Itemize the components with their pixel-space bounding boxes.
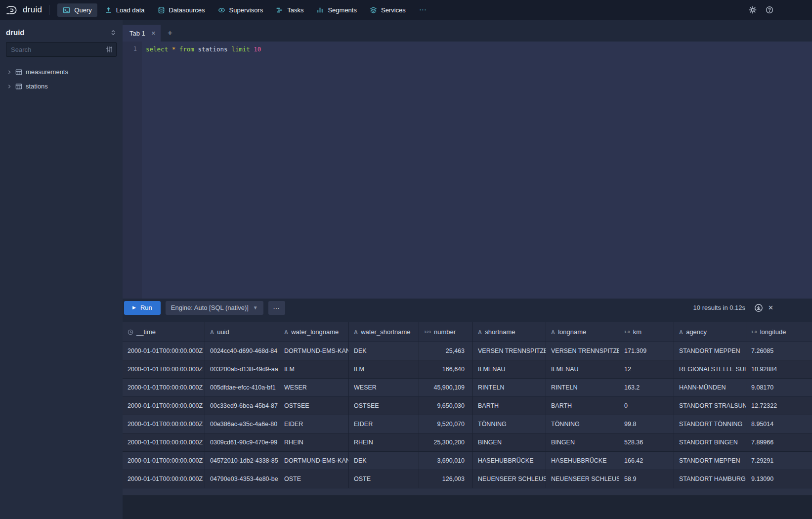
cell-agency[interactable]: STANDORT HAMBURG [674, 470, 746, 488]
cell-km[interactable]: 528.36 [619, 433, 674, 451]
cell-water_longname[interactable]: WESER [279, 379, 349, 396]
cell-longitude[interactable]: 7.26085 [746, 342, 812, 360]
cell-km[interactable]: 99.8 [619, 415, 674, 433]
cell-longitude[interactable]: 12.72322 [746, 397, 812, 415]
cell-longitude[interactable]: 9.08170 [746, 379, 812, 396]
cell-water_longname[interactable]: ILM [279, 360, 349, 378]
cell-longname[interactable]: NEUENSEER SCHLEUSEN [546, 470, 619, 488]
column-header-km[interactable]: 1.0km [619, 322, 674, 342]
cell-number[interactable]: 9,520,070 [419, 415, 473, 433]
query-more-button[interactable]: ⋯ [268, 301, 285, 315]
cell-km[interactable]: 12 [619, 360, 674, 378]
cell-number[interactable]: 9,650,030 [419, 397, 473, 415]
code-area[interactable]: select * from stations limit 10 [142, 42, 812, 299]
cell-longitude[interactable]: 7.29291 [746, 452, 812, 470]
download-icon[interactable] [754, 303, 763, 312]
cell-water_longname[interactable]: OSTE [279, 470, 349, 488]
cell-uuid[interactable]: 003200ab-d138-49d9-aa [205, 360, 279, 378]
cell-agency[interactable]: STANDORT MEPPEN [674, 452, 746, 470]
close-results-icon[interactable]: ✕ [768, 304, 773, 311]
sql-editor[interactable]: 1 select * from stations limit 10 [123, 42, 812, 299]
filter-sliders-icon[interactable] [106, 46, 113, 53]
nav-item-query[interactable]: Query [57, 3, 97, 17]
cell-uuid[interactable]: 00c33ed9-6bea-45b4-87 [205, 397, 279, 415]
column-header-agency[interactable]: Aagency [674, 322, 746, 342]
cell-__time[interactable]: 2000-01-01T00:00:00.000Z [123, 342, 205, 360]
cell-shortname[interactable]: ILMENAU [473, 360, 546, 378]
cell-water_shortname[interactable]: EIDER [349, 415, 419, 433]
cell-km[interactable]: 171.309 [619, 342, 674, 360]
column-header-longitude[interactable]: 1.0longitude [746, 322, 812, 342]
column-header-__time[interactable]: __time [123, 322, 205, 342]
cell-km[interactable]: 166.42 [619, 452, 674, 470]
cell-longname[interactable]: BARTH [546, 397, 619, 415]
cell-agency[interactable]: HANN-MÜNDEN [674, 379, 746, 396]
cell-longname[interactable]: BINGEN [546, 433, 619, 451]
cell-uuid[interactable]: 0024cc40-d690-468d-84 [205, 342, 279, 360]
column-header-number[interactable]: 123number [419, 322, 473, 342]
double-caret-vertical-icon[interactable] [110, 29, 117, 36]
druid-logo[interactable]: druid [6, 4, 42, 16]
column-header-water_longname[interactable]: Awater_longname [279, 322, 349, 342]
cell-number[interactable]: 25,463 [419, 342, 473, 360]
run-button[interactable]: ▶ Run [124, 301, 161, 315]
nav-item-supervisors[interactable]: Supervisors [213, 3, 269, 17]
cell-uuid[interactable]: 04790e03-4353-4e80-be [205, 470, 279, 488]
cell-__time[interactable]: 2000-01-01T00:00:00.000Z [123, 379, 205, 396]
cell-number[interactable]: 126,003 [419, 470, 473, 488]
cell-water_shortname[interactable]: OSTSEE [349, 397, 419, 415]
cell-shortname[interactable]: VERSEN TRENNSPITZE [473, 342, 546, 360]
column-header-longname[interactable]: Alongname [546, 322, 619, 342]
engine-select[interactable]: Engine: Auto [SQL (native)] ▼ [166, 301, 263, 315]
cell-longname[interactable]: HASEHUBBRÜCKE [546, 452, 619, 470]
cell-agency[interactable]: STANDORT BINGEN [674, 433, 746, 451]
help-icon[interactable] [766, 6, 773, 14]
cell-longname[interactable]: VERSEN TRENNSPITZE [546, 342, 619, 360]
nav-item-tasks[interactable]: Tasks [270, 3, 309, 17]
add-tab-button[interactable]: + [161, 25, 179, 42]
close-tab-icon[interactable]: ✕ [151, 31, 156, 36]
cell-uuid[interactable]: 00e386ac-e35c-4a6e-80 [205, 415, 279, 433]
cell-shortname[interactable]: BINGEN [473, 433, 546, 451]
cell-__time[interactable]: 2000-01-01T00:00:00.000Z [123, 452, 205, 470]
cell-shortname[interactable]: TÖNNING [473, 415, 546, 433]
cell-water_shortname[interactable]: RHEIN [349, 433, 419, 451]
cell-longitude[interactable]: 8.95014 [746, 415, 812, 433]
cell-water_shortname[interactable]: DEK [349, 342, 419, 360]
cell-water_longname[interactable]: OSTSEE [279, 397, 349, 415]
cell-__time[interactable]: 2000-01-01T00:00:00.000Z [123, 360, 205, 378]
cell-water_shortname[interactable]: WESER [349, 379, 419, 396]
cell-shortname[interactable]: NEUENSEER SCHLEUSEN [473, 470, 546, 488]
cell-water_longname[interactable]: EIDER [279, 415, 349, 433]
nav-item-segments[interactable]: Segments [311, 3, 362, 17]
more-menu-button[interactable]: ⋯ [413, 3, 433, 16]
cell-km[interactable]: 0 [619, 397, 674, 415]
cell-water_longname[interactable]: RHEIN [279, 433, 349, 451]
cell-km[interactable]: 58.9 [619, 470, 674, 488]
cell-water_shortname[interactable]: DEK [349, 452, 419, 470]
cell-longitude[interactable]: 10.92884 [746, 360, 812, 378]
cell-longitude[interactable]: 7.89966 [746, 433, 812, 451]
cell-agency[interactable]: REGIONALSTELLE SUHL [674, 360, 746, 378]
cell-km[interactable]: 163.2 [619, 379, 674, 396]
tree-item-stations[interactable]: stations [0, 79, 123, 93]
cell-shortname[interactable]: RINTELN [473, 379, 546, 396]
cell-longname[interactable]: RINTELN [546, 379, 619, 396]
cell-number[interactable]: 25,300,200 [419, 433, 473, 451]
cell-__time[interactable]: 2000-01-01T00:00:00.000Z [123, 397, 205, 415]
cell-water_shortname[interactable]: ILM [349, 360, 419, 378]
cell-water_shortname[interactable]: OSTE [349, 470, 419, 488]
cell-agency[interactable]: STANDORT MEPPEN [674, 342, 746, 360]
cell-agency[interactable]: STANDORT STRALSUND [674, 397, 746, 415]
cell-longname[interactable]: TÖNNING [546, 415, 619, 433]
nav-item-load-data[interactable]: Load data [99, 3, 150, 17]
tab-tab1[interactable]: Tab 1 ✕ [123, 25, 161, 42]
settings-gear-icon[interactable] [749, 6, 757, 14]
cell-__time[interactable]: 2000-01-01T00:00:00.000Z [123, 470, 205, 488]
cell-longitude[interactable]: 9.13090 [746, 470, 812, 488]
tree-item-measurements[interactable]: measurements [0, 65, 123, 79]
cell-__time[interactable]: 2000-01-01T00:00:00.000Z [123, 415, 205, 433]
cell-uuid[interactable]: 0309cd61-90c9-470e-99 [205, 433, 279, 451]
cell-uuid[interactable]: 005dfdae-efcc-410a-bf1 [205, 379, 279, 396]
cell-__time[interactable]: 2000-01-01T00:00:00.000Z [123, 433, 205, 451]
